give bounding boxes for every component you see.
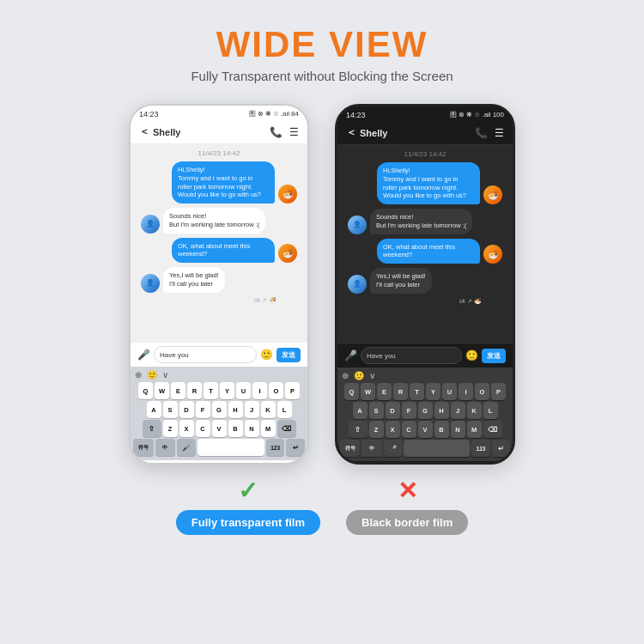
- right-key-e[interactable]: E: [377, 383, 392, 400]
- kb-icon-down[interactable]: ∨: [162, 370, 168, 380]
- key-d[interactable]: D: [179, 401, 194, 418]
- key-123[interactable]: 123: [266, 439, 285, 456]
- emoji-icon[interactable]: 🙂: [260, 349, 273, 361]
- right-key-123[interactable]: 123: [471, 440, 489, 457]
- right-input-field[interactable]: Have you: [361, 347, 462, 364]
- key-x[interactable]: X: [179, 420, 194, 437]
- left-input-field[interactable]: Have you: [154, 346, 257, 363]
- key-s[interactable]: S: [163, 401, 178, 418]
- right-key-b[interactable]: B: [434, 421, 449, 438]
- right-key-z[interactable]: Z: [369, 421, 384, 438]
- right-key-d[interactable]: D: [386, 402, 400, 419]
- right-kb-icon-down[interactable]: ∨: [369, 371, 375, 380]
- right-contact-name: Shelly: [360, 128, 387, 138]
- right-key-y[interactable]: Y: [426, 383, 440, 400]
- right-key-u[interactable]: U: [442, 383, 457, 400]
- right-key-space[interactable]: [404, 440, 471, 457]
- right-key-i[interactable]: I: [459, 383, 473, 400]
- key-z[interactable]: Z: [163, 420, 178, 437]
- right-key-k[interactable]: K: [467, 402, 482, 419]
- key-w[interactable]: W: [155, 382, 169, 399]
- key-k[interactable]: K: [261, 401, 276, 418]
- right-menu-icon[interactable]: ☰: [495, 127, 504, 139]
- key-v[interactable]: V: [212, 420, 227, 437]
- key-backspace[interactable]: ⌫: [277, 420, 296, 437]
- key-c[interactable]: C: [196, 420, 210, 437]
- menu-icon[interactable]: ☰: [289, 126, 299, 138]
- right-key-chinese[interactable]: 中: [361, 440, 381, 457]
- key-e[interactable]: E: [171, 382, 185, 399]
- left-send-button[interactable]: 发送: [276, 348, 301, 362]
- mic-icon[interactable]: 🎤: [137, 349, 150, 361]
- key-symbols[interactable]: 符号: [133, 439, 154, 456]
- right-key-p[interactable]: P: [491, 383, 506, 400]
- key-mic-kb[interactable]: 🎤: [177, 439, 196, 456]
- key-u[interactable]: U: [236, 382, 251, 399]
- right-send-button[interactable]: 发送: [482, 349, 506, 363]
- kb-icon-1[interactable]: ⊕: [135, 370, 142, 380]
- key-g[interactable]: G: [212, 401, 227, 418]
- right-avatar-2: 👤: [348, 216, 367, 234]
- key-space[interactable]: [197, 439, 264, 456]
- left-back-arrow[interactable]: ＜: [139, 125, 149, 139]
- key-h[interactable]: H: [228, 401, 243, 418]
- right-key-r[interactable]: R: [393, 383, 408, 400]
- right-key-w[interactable]: W: [361, 383, 375, 400]
- right-kb-icon-emoji[interactable]: 🙂: [354, 371, 364, 380]
- key-j[interactable]: J: [245, 401, 259, 418]
- right-key-j[interactable]: J: [451, 402, 465, 419]
- phone-icon[interactable]: 📞: [270, 126, 283, 138]
- left-avatar-1: 🍜: [278, 185, 297, 204]
- right-key-g[interactable]: G: [418, 402, 433, 419]
- phones-container: 14:23 图 ⊗ ❋ ☆ .ail 84 ＜ Shelly 📞: [129, 104, 515, 465]
- right-kb-row2: A S D F G H J K L: [340, 402, 510, 419]
- right-key-symbols[interactable]: 符号: [340, 440, 360, 457]
- key-q[interactable]: Q: [138, 382, 153, 399]
- key-m[interactable]: M: [261, 420, 276, 437]
- key-shift[interactable]: ⇧: [143, 420, 161, 437]
- left-avatar-2: 👤: [141, 215, 160, 234]
- key-y[interactable]: Y: [220, 382, 234, 399]
- left-avatar-4: 👤: [141, 274, 160, 293]
- right-key-h[interactable]: H: [434, 402, 449, 419]
- right-key-n[interactable]: N: [451, 421, 465, 438]
- key-i[interactable]: I: [252, 382, 267, 399]
- right-key-q[interactable]: Q: [344, 383, 359, 400]
- key-n[interactable]: N: [245, 420, 259, 437]
- kb-icon-emoji[interactable]: 🙂: [147, 370, 157, 380]
- right-key-x[interactable]: X: [386, 421, 400, 438]
- right-key-c[interactable]: C: [402, 421, 416, 438]
- right-chat-header: ＜ Shelly 📞 ☰: [337, 121, 513, 145]
- key-b[interactable]: B: [228, 420, 243, 437]
- key-o[interactable]: O: [269, 382, 283, 399]
- right-phone-icon[interactable]: 📞: [475, 127, 488, 139]
- right-key-backspace[interactable]: ⌫: [483, 421, 502, 438]
- key-l[interactable]: L: [277, 401, 292, 418]
- key-p[interactable]: P: [285, 382, 300, 399]
- right-back-arrow[interactable]: ＜: [346, 125, 356, 140]
- right-key-o[interactable]: O: [475, 383, 489, 400]
- right-key-v[interactable]: V: [418, 421, 433, 438]
- left-chat-body: 11/4/23 14:42 Hi,Shelly!Tommy and I want…: [131, 144, 307, 342]
- right-key-l[interactable]: L: [483, 402, 498, 419]
- right-key-s[interactable]: S: [369, 402, 384, 419]
- right-emoji-icon[interactable]: 🙂: [465, 349, 478, 361]
- key-f[interactable]: F: [196, 401, 210, 418]
- key-a[interactable]: A: [147, 401, 161, 418]
- left-status-icons: 图 ⊗ ❋ ☆ .ail 84: [249, 109, 299, 118]
- right-key-mic-kb[interactable]: 🎤: [384, 440, 402, 457]
- right-key-m[interactable]: M: [467, 421, 482, 438]
- right-key-enter[interactable]: ↵: [492, 440, 510, 457]
- key-chinese[interactable]: 中: [155, 439, 176, 456]
- right-mic-icon[interactable]: 🎤: [344, 349, 357, 361]
- key-t[interactable]: T: [204, 382, 218, 399]
- right-ok-line: ok ↗ 🍜: [344, 298, 506, 305]
- right-key-f[interactable]: F: [402, 402, 416, 419]
- right-key-a[interactable]: A: [353, 402, 368, 419]
- right-key-shift[interactable]: ⇧: [349, 421, 368, 438]
- right-key-t[interactable]: T: [410, 383, 424, 400]
- x-mark-icon: ✕: [398, 477, 417, 505]
- key-r[interactable]: R: [187, 382, 202, 399]
- key-enter[interactable]: ↵: [286, 439, 305, 456]
- right-kb-icon-1[interactable]: ⊕: [342, 371, 349, 380]
